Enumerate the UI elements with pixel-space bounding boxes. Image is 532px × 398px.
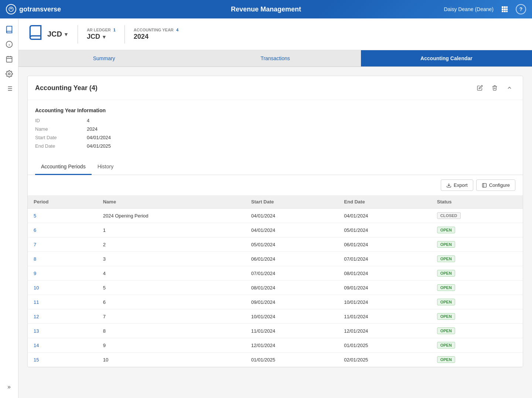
- cell-start-date: 06/01/2024: [245, 252, 338, 266]
- cell-period: 5: [28, 209, 97, 223]
- svg-rect-13: [6, 56, 12, 62]
- status-badge: OPEN: [437, 255, 455, 262]
- table-row[interactable]: 9 4 07/01/2024 08/01/2024 OPEN: [28, 266, 523, 281]
- cell-status: OPEN: [431, 281, 523, 295]
- ar-ledger-block: AR LEDGER 1 JCD ▼: [87, 28, 116, 41]
- delete-button[interactable]: [489, 82, 501, 94]
- edit-button[interactable]: [474, 82, 486, 94]
- cell-status: OPEN: [431, 252, 523, 266]
- status-badge: OPEN: [437, 342, 455, 349]
- periods-table: Period Name Start Date End Date Status 5…: [28, 195, 523, 367]
- cell-end-date: 08/01/2024: [338, 266, 431, 281]
- sub-tab-history[interactable]: History: [92, 159, 120, 175]
- info-row-end-date: End Date 04/01/2025: [35, 143, 515, 149]
- table-row[interactable]: 11 6 09/01/2024 10/01/2024 OPEN: [28, 295, 523, 309]
- cell-period: 7: [28, 237, 97, 252]
- svg-rect-6: [506, 8, 508, 10]
- cell-end-date: 11/01/2024: [338, 309, 431, 324]
- cell-end-date: 09/01/2024: [338, 281, 431, 295]
- sub-tab-accounting-periods[interactable]: Accounting Periods: [35, 159, 92, 175]
- cell-end-date: 05/01/2024: [338, 223, 431, 237]
- cell-status: OPEN: [431, 338, 523, 353]
- col-start-date: Start Date: [245, 195, 338, 209]
- svg-point-17: [8, 73, 10, 75]
- ar-ledger-value[interactable]: JCD ▼: [87, 33, 116, 41]
- card-header: Accounting Year (4): [28, 76, 523, 100]
- configure-button[interactable]: Configure: [476, 179, 515, 191]
- info-label-id: ID: [35, 118, 87, 123]
- table-header-row: Period Name Start Date End Date Status: [28, 195, 523, 209]
- cell-status: OPEN: [431, 295, 523, 309]
- svg-rect-2: [504, 6, 506, 8]
- ledger-title[interactable]: JCD ▼: [47, 30, 69, 38]
- user-name[interactable]: Daisy Deane (Deane): [444, 6, 494, 12]
- sidebar-item-calendar[interactable]: [3, 52, 16, 66]
- status-badge: OPEN: [437, 284, 455, 291]
- cell-status: OPEN: [431, 237, 523, 252]
- table-row[interactable]: 14 9 12/01/2024 01/01/2025 OPEN: [28, 338, 523, 353]
- grid-icon[interactable]: [499, 4, 510, 14]
- app-name: gotransverse: [19, 6, 61, 13]
- cell-name: 7: [97, 309, 245, 324]
- logo-icon: [6, 4, 16, 14]
- help-icon[interactable]: ?: [516, 4, 526, 14]
- info-row-id: ID 4: [35, 118, 515, 123]
- cell-name: 1: [97, 223, 245, 237]
- status-badge: OPEN: [437, 327, 455, 334]
- info-label-end-date: End Date: [35, 143, 87, 149]
- status-badge: OPEN: [437, 313, 455, 320]
- status-badge: OPEN: [437, 241, 455, 248]
- info-label-start-date: Start Date: [35, 135, 87, 140]
- cell-end-date: 07/01/2024: [338, 252, 431, 266]
- sidebar-expand-button[interactable]: »: [3, 380, 16, 394]
- cell-period: 11: [28, 295, 97, 309]
- status-badge: OPEN: [437, 356, 455, 363]
- col-status: Status: [431, 195, 523, 209]
- table-row[interactable]: 6 1 04/01/2024 05/01/2024 OPEN: [28, 223, 523, 237]
- accounting-year-label: ACCOUNTING YEAR 4: [134, 28, 178, 32]
- table-row[interactable]: 10 5 08/01/2024 09/01/2024 OPEN: [28, 281, 523, 295]
- table-row[interactable]: 7 2 05/01/2024 06/01/2024 OPEN: [28, 237, 523, 252]
- top-nav-right: Daisy Deane (Deane) ?: [444, 4, 526, 14]
- table-row[interactable]: 8 3 06/01/2024 07/01/2024 OPEN: [28, 252, 523, 266]
- sidebar-item-settings[interactable]: [3, 67, 16, 80]
- export-button[interactable]: Export: [441, 179, 473, 191]
- status-badge: OPEN: [437, 299, 455, 305]
- cell-end-date: 01/01/2025: [338, 338, 431, 353]
- cell-period: 15: [28, 353, 97, 367]
- col-name: Name: [97, 195, 245, 209]
- sidebar-item-info[interactable]: [3, 38, 16, 51]
- cell-start-date: 05/01/2024: [245, 237, 338, 252]
- app-logo[interactable]: gotransverse: [6, 4, 61, 14]
- sidebar-item-book[interactable]: [3, 23, 16, 36]
- cell-end-date: 10/01/2024: [338, 295, 431, 309]
- main-tabs-bar: Summary Transactions Accounting Calendar: [18, 50, 532, 67]
- export-label: Export: [454, 182, 468, 188]
- table-body: 5 2024 Opening Period 04/01/2024 04/01/2…: [28, 209, 523, 367]
- table-row[interactable]: 13 8 11/01/2024 12/01/2024 OPEN: [28, 324, 523, 338]
- table-header: Period Name Start Date End Date Status: [28, 195, 523, 209]
- cell-name: 4: [97, 266, 245, 281]
- sidebar-item-list[interactable]: [3, 82, 16, 95]
- cell-status: CLOSED: [431, 209, 523, 223]
- collapse-button[interactable]: [504, 82, 515, 94]
- svg-rect-7: [502, 11, 504, 12]
- card-title: Accounting Year (4): [35, 84, 98, 92]
- ar-ledger-label: AR LEDGER 1: [87, 28, 116, 32]
- tab-accounting-calendar[interactable]: Accounting Calendar: [361, 50, 532, 66]
- cell-status: OPEN: [431, 324, 523, 338]
- cell-period: 8: [28, 252, 97, 266]
- cell-start-date: 08/01/2024: [245, 281, 338, 295]
- ledger-dropdown-arrow[interactable]: ▼: [64, 31, 69, 37]
- tab-summary[interactable]: Summary: [18, 50, 190, 66]
- cell-name: 10: [97, 353, 245, 367]
- cell-period: 10: [28, 281, 97, 295]
- svg-rect-9: [506, 11, 508, 12]
- tab-transactions[interactable]: Transactions: [190, 50, 361, 66]
- table-row[interactable]: 5 2024 Opening Period 04/01/2024 04/01/2…: [28, 209, 523, 223]
- table-row[interactable]: 15 10 01/01/2025 02/01/2025 OPEN: [28, 353, 523, 367]
- ledger-value-dropdown[interactable]: ▼: [102, 34, 107, 40]
- cell-start-date: 10/01/2024: [245, 309, 338, 324]
- main-content-area: JCD ▼ AR LEDGER 1 JCD ▼ ACCOUNTING YEAR: [18, 18, 532, 398]
- table-row[interactable]: 12 7 10/01/2024 11/01/2024 OPEN: [28, 309, 523, 324]
